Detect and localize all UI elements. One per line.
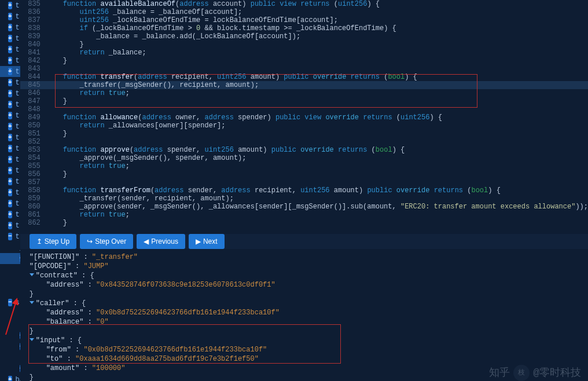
line-number: 841 — [20, 49, 46, 57]
expand-icon[interactable]: + — [8, 46, 12, 53]
tree-item-transfer[interactable]: +transfer — [0, 88, 20, 99]
tree-item-label: transfer — [16, 13, 20, 21]
expand-icon[interactable]: + — [8, 211, 12, 218]
tree-item-transfer[interactable]: +transfer — [0, 220, 20, 231]
code-line[interactable]: 858 function transferFrom(address sender… — [20, 186, 588, 195]
tree-item-add[interactable]: add — [0, 264, 20, 275]
code-editor[interactable]: 835 function availableBalanceOf(address … — [20, 0, 588, 234]
tree-item-transfer[interactable]: +transfer — [0, 99, 20, 110]
tree-item-transfer[interactable]: +transfer — [0, 55, 20, 66]
expand-icon[interactable]: + — [8, 35, 12, 42]
tree-item-transfer[interactable]: +transfer — [0, 187, 20, 198]
tree-item-sub[interactable]: sub — [0, 319, 20, 330]
line-number: 859 — [20, 195, 46, 203]
expand-icon[interactable]: + — [8, 24, 12, 31]
tree-item-transfer[interactable]: +transfer — [0, 11, 20, 22]
tree-item-_transfer[interactable]: −_transfer — [0, 253, 20, 264]
next-button[interactable]: ▶ Next — [189, 234, 225, 249]
expand-icon[interactable]: + — [8, 13, 12, 20]
expand-icon[interactable]: + — [8, 112, 12, 119]
tree-item-transfer[interactable]: +transfer — [0, 33, 20, 44]
tree-item-skim[interactable]: −skim — [0, 297, 20, 308]
step-over-button[interactable]: ↪ Step Over — [80, 234, 133, 249]
tree-item-transfer[interactable]: +transfer — [0, 209, 20, 220]
debug-panel[interactable]: "[FUNCTION]" : "_transfer""[OPCODE]" : "… — [20, 249, 588, 381]
tree-item-transfer[interactable]: +transfer — [0, 143, 20, 154]
tree-item-transfer[interactable]: −transfer — [0, 231, 20, 242]
collapse-icon[interactable]: − — [8, 233, 12, 240]
code-line[interactable]: 841 return _balance; — [20, 49, 588, 57]
tree-item-transfer[interactable]: +transfer — [0, 77, 20, 88]
tree-item-transfer[interactable]: +transfer — [0, 121, 20, 132]
tree-item-transfer[interactable]: +transfer — [0, 0, 20, 11]
code-line[interactable]: 835 function availableBalanceOf(address … — [20, 0, 588, 8]
code-line[interactable]: 849 function allowance(address owner, ad… — [20, 113, 588, 122]
step-up-button[interactable]: ↥ Step Up — [30, 234, 76, 249]
code-line[interactable]: 856 } — [20, 170, 588, 178]
code-line[interactable]: 857 — [20, 178, 588, 186]
code-line[interactable]: 851 } — [20, 130, 588, 138]
tree-item-label: transfer — [16, 112, 20, 120]
expand-icon[interactable]: + — [8, 2, 12, 9]
tree-item-_tokenTransfer[interactable]: +_tokenTransfer — [0, 286, 20, 297]
expand-icon[interactable]: + — [8, 134, 12, 141]
expand-icon[interactable]: + — [8, 79, 12, 86]
tree-item-balanceOf[interactable]: +balanceOf — [0, 341, 20, 352]
expand-icon[interactable]: + — [8, 90, 12, 97]
expand-icon[interactable]: + — [8, 200, 12, 207]
debug-line: } — [30, 290, 579, 299]
expand-icon[interactable]: + — [8, 123, 12, 130]
tree-item-transfer[interactable]: +transfer — [0, 154, 20, 165]
line-number: 843 — [20, 65, 46, 73]
line-number: 840 — [20, 41, 46, 49]
code-line[interactable]: 839 _balance = _balance.add(_LockBalance… — [20, 32, 588, 41]
code-line[interactable]: 860 _approve(sender, _msgSender(), _allo… — [20, 203, 588, 211]
previous-button[interactable]: ◀ Previous — [137, 234, 185, 249]
code-line[interactable]: 852 — [20, 138, 588, 146]
debug-line: "address" : "0x843528746f073638c9e18253e… — [30, 280, 579, 290]
code-line[interactable]: 855 return true; — [20, 162, 588, 170]
tree-item-label: transfer — [16, 2, 20, 10]
code-line[interactable]: 838 if (_lockBalanceOfEndTime > 0 && blo… — [20, 24, 588, 32]
tree-item-_msgSender[interactable]: _msgSender — [0, 242, 20, 253]
expand-icon[interactable]: + — [8, 189, 12, 196]
expand-icon[interactable]: + — [8, 145, 12, 152]
tree-item-transfer[interactable]: +transfer — [0, 110, 20, 121]
tree-item-_safeTransfer[interactable]: +_safeTransfer — [0, 363, 20, 374]
code-line[interactable]: 836 uint256 _balance = _balanceOf[accoun… — [20, 8, 588, 16]
tree-item-_safeTransfer[interactable]: +_safeTransfer — [0, 330, 20, 341]
tree-item-transfer[interactable]: +transfer — [0, 44, 20, 55]
code-line[interactable]: 850 return _allowances[owner][spender]; — [20, 122, 588, 130]
code-line[interactable]: 853 function approve(address spender, ui… — [20, 146, 588, 154]
code-line[interactable]: 861 return true; — [20, 211, 588, 219]
code-line[interactable]: 840 } — [20, 41, 588, 49]
tree-item-balanceOf[interactable]: +balanceOf — [0, 374, 20, 381]
code-line[interactable]: 843 — [20, 65, 588, 73]
expand-icon[interactable]: + — [8, 222, 12, 229]
collapse-icon[interactable]: − — [8, 299, 12, 306]
line-number: 849 — [20, 113, 46, 122]
code-line[interactable]: 842 } — [20, 57, 588, 65]
expand-icon[interactable]: + — [8, 178, 12, 185]
tree-item-sub[interactable]: +sub — [0, 275, 20, 286]
expand-icon[interactable]: + — [8, 68, 12, 75]
call-tree-sidebar[interactable]: +transfer+transfer+transfer+transfer+tra… — [0, 0, 20, 381]
tree-item-transfer[interactable]: +transfer — [0, 176, 20, 187]
tree-item-transfer[interactable]: +transfer — [0, 132, 20, 143]
expand-icon[interactable]: + — [8, 57, 12, 64]
code-line[interactable]: 862 } — [20, 219, 588, 227]
tree-item-transfer[interactable]: +transfer — [0, 198, 20, 209]
tree-item-transfer[interactable]: +transfer — [0, 22, 20, 33]
tree-item-transfer[interactable]: +transfer — [0, 165, 20, 176]
expand-icon[interactable]: + — [8, 167, 12, 174]
code-line[interactable]: 837 uint256 _lockBalanceOfEndTime = lock… — [20, 16, 588, 24]
tree-item-label: transfer — [16, 35, 20, 43]
expand-icon[interactable]: + — [8, 156, 12, 163]
code-line[interactable]: 854 _approve(_msgSender(), spender, amou… — [20, 154, 588, 162]
expand-icon[interactable]: + — [8, 101, 12, 108]
tree-item-transfer[interactable]: +transfer — [0, 66, 20, 77]
tree-item-sub[interactable]: sub — [0, 352, 20, 363]
code-line[interactable]: 859 _transfer(sender, recipient, amount)… — [20, 195, 588, 203]
expand-icon[interactable]: + — [8, 376, 12, 381]
tree-item-balanceOf[interactable]: balanceOf — [0, 308, 20, 319]
